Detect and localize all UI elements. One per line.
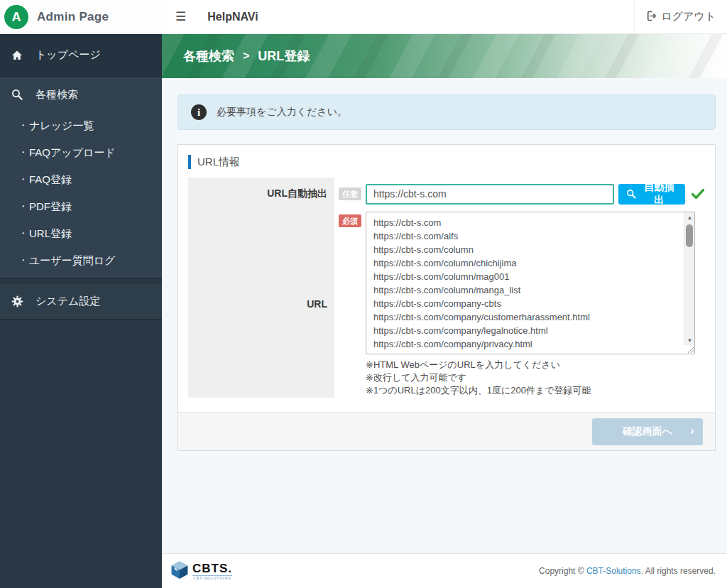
alert-message: 必要事項をご入力ください。	[217, 106, 347, 119]
sidebar: A Admin Page トップページ 各種検索 ・ナレッジ一覧 ・FAQアップ…	[0, 0, 162, 588]
panel-footer: 確認画面へ ›	[178, 412, 715, 450]
url-notes: ※HTML WebページのURLを入力してください ※改行して入力可能です ※1…	[366, 359, 727, 397]
sidebar-item-user-question-log[interactable]: ・ユーザー質問ログ	[0, 247, 162, 274]
sidebar-item-search[interactable]: 各種検索	[0, 77, 162, 112]
sidebar-item-system-settings[interactable]: システム設定	[0, 283, 162, 320]
bullet: ・	[18, 119, 28, 132]
auto-extract-label: URL自動抽出	[188, 178, 334, 210]
note-line: ※改行して入力可能です	[366, 371, 727, 384]
main-content: i 必要事項をご入力ください。 URL情報 URL自動抽出 任意	[162, 78, 727, 553]
confirm-screen-button[interactable]: 確認画面へ ›	[592, 418, 703, 445]
sidebar-item-label: FAQアップロード	[29, 146, 116, 160]
bullet: ・	[18, 173, 28, 186]
cbts-logo: CBTS. CBT-SOLUTIONS	[170, 560, 232, 582]
hamburger-menu-icon[interactable]: ☰	[171, 8, 190, 26]
cbts-logo-subtext: CBT-SOLUTIONS	[192, 575, 232, 580]
sidebar-item-url-register[interactable]: ・URL登録	[0, 220, 162, 247]
auto-extract-button[interactable]: 自動抽出	[618, 184, 685, 205]
sidebar-item-knowledge-list[interactable]: ・ナレッジ一覧	[0, 112, 162, 139]
scrollbar-up-arrow-icon[interactable]: ▲	[684, 212, 695, 222]
bullet: ・	[18, 146, 28, 159]
sidebar-item-label: ユーザー質問ログ	[29, 254, 115, 268]
brand-logo[interactable]: A Admin Page	[0, 0, 162, 34]
sidebar-item-label: FAQ登録	[29, 173, 72, 187]
confirm-screen-button-label: 確認画面へ	[623, 425, 672, 437]
logout-button[interactable]: ログアウト	[634, 0, 727, 33]
cbts-logo-text: CBTS.	[192, 562, 232, 575]
sidebar-item-faq-upload[interactable]: ・FAQアップロード	[0, 139, 162, 166]
copyright-suffix: . All rights reserved.	[641, 566, 716, 576]
sidebar-item-top-page[interactable]: トップページ	[0, 34, 162, 77]
note-line: ※HTML WebページのURLを入力してください	[366, 359, 727, 371]
sidebar-item-label: URL登録	[29, 227, 72, 241]
auto-extract-url-input[interactable]	[366, 184, 614, 205]
sidebar-item-label: 各種検索	[35, 88, 78, 102]
scrollbar-down-arrow-icon[interactable]: ▼	[684, 335, 695, 345]
form-row-url: URL 必須 ▲ ▼ ※HTML Webページの	[188, 210, 705, 398]
copyright: Copyright © CBT-Solutions. All rights re…	[539, 566, 716, 576]
brand-title: Admin Page	[37, 10, 109, 24]
home-icon	[11, 50, 23, 61]
bullet: ・	[18, 200, 28, 213]
auto-extract-button-label: 自動抽出	[640, 181, 677, 207]
info-alert: i 必要事項をご入力ください。	[177, 94, 716, 130]
search-icon	[626, 189, 636, 199]
breadcrumb-parent: 各種検索	[183, 48, 234, 65]
required-badge: 必須	[339, 214, 361, 227]
info-icon: i	[191, 104, 207, 120]
scrollbar-thumb[interactable]	[686, 224, 693, 247]
sidebar-item-pdf-register[interactable]: ・PDF登録	[0, 193, 162, 220]
note-line: ※1つのURLは200文字以内、1度に200件まで登録可能	[366, 384, 727, 397]
app-root: A Admin Page トップページ 各種検索 ・ナレッジ一覧 ・FAQアップ…	[0, 0, 727, 588]
gear-icon	[11, 295, 23, 307]
cbt-solutions-link[interactable]: CBT-Solutions	[586, 566, 641, 576]
page-footer: CBTS. CBT-SOLUTIONS Copyright © CBT-Solu…	[162, 553, 727, 588]
panel-title: URL情報	[188, 155, 705, 169]
search-icon	[11, 89, 23, 100]
sidebar-submenu: ・ナレッジ一覧 ・FAQアップロード ・FAQ登録 ・PDF登録 ・URL登録 …	[0, 112, 162, 274]
app-title: HelpNAVi	[207, 11, 258, 23]
textarea-scrollbar[interactable]: ▲ ▼	[684, 212, 694, 345]
success-check-icon	[691, 187, 705, 200]
breadcrumb-separator-icon: >	[243, 50, 249, 62]
bullet: ・	[18, 227, 28, 240]
form-row-auto-extract: URL自動抽出 任意 自動抽出	[188, 178, 705, 210]
logout-icon	[645, 11, 656, 23]
breadcrumb: 各種検索 > URL登録	[162, 34, 727, 78]
bullet: ・	[18, 254, 28, 267]
title-accent-bar	[188, 155, 191, 169]
optional-badge: 任意	[339, 187, 361, 200]
sidebar-item-label: PDF登録	[29, 200, 72, 214]
url-textarea[interactable]	[366, 212, 695, 354]
chevron-right-icon: ›	[690, 424, 694, 438]
copyright-prefix: Copyright ©	[539, 566, 586, 576]
sidebar-item-label: トップページ	[35, 48, 101, 62]
url-label: URL	[188, 210, 334, 398]
panel-title-text: URL情報	[197, 156, 240, 169]
brand-avatar-icon: A	[4, 5, 28, 29]
sidebar-item-faq-register[interactable]: ・FAQ登録	[0, 166, 162, 193]
breadcrumb-current: URL登録	[258, 48, 310, 65]
sidebar-section-search: 各種検索 ・ナレッジ一覧 ・FAQアップロード ・FAQ登録 ・PDF登録 ・U…	[0, 77, 162, 279]
top-bar: ☰ HelpNAVi ログアウト	[162, 0, 727, 34]
logout-label: ログアウト	[661, 10, 716, 23]
cbts-cube-icon	[170, 560, 189, 582]
sidebar-item-label: システム設定	[35, 295, 100, 308]
sidebar-item-label: ナレッジ一覧	[29, 119, 94, 133]
url-info-panel: URL情報 URL自動抽出 任意 自動抽出	[177, 144, 716, 451]
